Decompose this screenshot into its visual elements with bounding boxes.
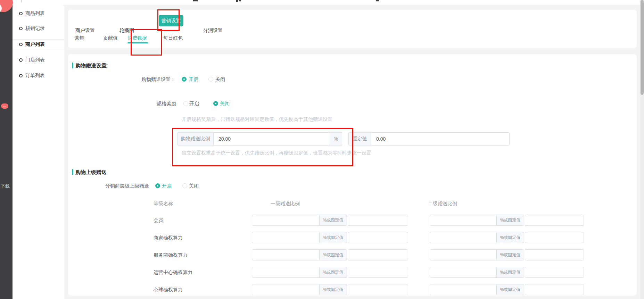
ratio-value-input[interactable] — [252, 249, 320, 260]
fixed-value-input[interactable] — [348, 249, 408, 260]
dist-off-radio[interactable] — [182, 183, 187, 188]
ratio-value-input[interactable] — [430, 267, 497, 278]
row-label: 运营中心确权算力 — [154, 267, 192, 278]
gift-off-label[interactable]: 关闭 — [215, 76, 225, 83]
unit-hint: %或固定值 — [320, 249, 347, 260]
fixed-input[interactable] — [371, 132, 510, 146]
spec-on-radio[interactable] — [183, 101, 188, 106]
fixed-value-input[interactable] — [525, 284, 584, 295]
divider — [13, 50, 64, 50]
dist-off-label[interactable]: 关闭 — [189, 182, 199, 189]
top-strip — [13, 0, 640, 5]
fixed-value-input[interactable] — [348, 284, 408, 295]
ratio-input[interactable] — [213, 132, 330, 146]
sidebar-item-label: 核销记录 — [25, 25, 45, 32]
sidebar-item-goods-list[interactable]: 商品列表 — [13, 8, 64, 19]
fixed-value-input[interactable] — [525, 267, 584, 278]
tab-merchant-settings[interactable]: 商户设置 — [75, 27, 95, 34]
first-ratio-cell: %或固定值 — [252, 249, 408, 260]
dist-on-label[interactable]: 开启 — [162, 182, 172, 189]
col-header-second-ratio: 二级赠送比例 — [428, 200, 457, 207]
weight-hint: 独立设置权重高于统一设置，优先赠送比例，再赠送固定值，设置都为零时时走统一设置 — [182, 150, 371, 156]
circle-icon — [19, 74, 23, 77]
spec-off-radio[interactable] — [213, 101, 218, 106]
second-ratio-cell: %或固定值 — [430, 215, 584, 226]
content-panel: 购物赠送设置: 购物赠送设置： 开启 关闭 规格奖励 开启 关闭 开启规格奖励后… — [68, 54, 637, 296]
subtab-consumption-data[interactable]: 消费数据 — [127, 34, 147, 41]
sidebar-item-merchant-list[interactable]: 商户列表 — [13, 39, 64, 50]
fixed-value-input[interactable] — [348, 215, 408, 226]
sidebar-item-verify-records[interactable]: 核销记录 — [13, 23, 64, 34]
ratio-value-input[interactable] — [430, 249, 497, 260]
ratio-value-input[interactable] — [252, 232, 320, 243]
gift-on-radio[interactable] — [182, 77, 187, 82]
ratio-value-input[interactable] — [430, 232, 497, 243]
tab-carousel[interactable]: 轮播图 — [119, 27, 134, 34]
circle-icon — [19, 27, 23, 30]
section-accent-bar — [72, 63, 73, 68]
circle-icon — [19, 12, 23, 15]
unit-hint: %或固定值 — [497, 215, 524, 226]
gift-off-radio[interactable] — [208, 77, 213, 82]
active-subtab-underline — [127, 42, 148, 43]
row-label: 服务商确权算力 — [154, 249, 188, 260]
fixed-value-input[interactable] — [525, 215, 584, 226]
ratio-value-input[interactable] — [252, 284, 320, 295]
sidebar-item-order-list[interactable]: 订单列表 — [13, 70, 64, 81]
fixed-value-input[interactable] — [525, 232, 584, 243]
section-accent-bar — [72, 169, 73, 175]
sidebar-item-label: 门店列表 — [25, 57, 45, 63]
subtab-daily-redpacket[interactable]: 每日红包 — [163, 34, 183, 41]
sidebar-item-store-list[interactable]: 门店列表 — [13, 55, 64, 65]
clipped-text-mark — [239, 0, 241, 1]
clipped-text-mark — [193, 0, 198, 1]
first-ratio-cell: %或固定值 — [252, 267, 408, 278]
sidebar-item-label: 商户列表 — [25, 41, 45, 48]
app-screen: ... 下载 商品列表 核销记录 商户列表 门店列表 订单列表 — [0, 0, 644, 299]
unit-hint: %或固定值 — [320, 284, 347, 295]
col-header-first-ratio: 一级赠送比例 — [271, 200, 300, 207]
fixed-input-prepend: 固定值 — [348, 132, 371, 146]
gift-on-label[interactable]: 开启 — [189, 76, 198, 83]
clipped-text-mark — [376, 0, 379, 1]
spec-hint: 开启规格奖励后，只赠送规格对应固定数值，优先度高于其他赠送设置 — [182, 116, 332, 122]
download-label[interactable]: 下载 — [1, 183, 10, 189]
first-ratio-cell: %或固定值 — [252, 284, 408, 295]
tab-marketing-settings[interactable]: 营销设置 — [159, 15, 183, 26]
ratio-input-group: 购物赠送比例 % — [177, 132, 342, 146]
fixed-value-input[interactable] — [525, 249, 584, 260]
ratio-value-input[interactable] — [252, 267, 320, 278]
fixed-value-input[interactable] — [348, 267, 408, 278]
sidebar-item-label: 订单列表 — [25, 73, 45, 79]
second-ratio-cell: %或固定值 — [430, 267, 584, 278]
ratio-value-input[interactable] — [430, 215, 497, 226]
unit-hint: %或固定值 — [497, 284, 524, 295]
row-label: 心球确权算力 — [154, 284, 183, 295]
tabs-panel: 商户设置 轮播图 营销设置 分润设置 营销 贡献值 消费数据 每日红包 — [68, 10, 637, 48]
unit-hint: %或固定值 — [320, 232, 347, 243]
spec-off-label[interactable]: 关闭 — [220, 100, 230, 107]
tab-profit-settings[interactable]: 分润设置 — [203, 27, 223, 34]
ratio-input-prepend: 购物赠送比例 — [177, 132, 213, 146]
dist-radio-label: 分销商层级上级赠送 — [105, 182, 149, 189]
ratio-value-input[interactable] — [430, 284, 497, 295]
spec-on-label[interactable]: 开启 — [189, 100, 199, 107]
row-label: 会员 — [154, 215, 163, 226]
circle-icon — [19, 43, 23, 46]
subtab-contribution[interactable]: 贡献值 — [103, 34, 118, 41]
first-ratio-cell: %或固定值 — [252, 232, 408, 243]
section-title-shopping-gift: 购物赠送设置: — [75, 63, 108, 69]
unit-hint: %或固定值 — [320, 215, 347, 226]
ratio-value-input[interactable] — [252, 215, 320, 226]
clipped-text-mark — [21, 0, 22, 2]
dist-on-radio[interactable] — [155, 183, 160, 188]
scrollbar-thumb[interactable] — [641, 0, 644, 95]
more-floating-button[interactable]: ... — [1, 103, 8, 109]
clipped-text-mark — [236, 0, 238, 2]
fixed-value-input[interactable] — [348, 232, 408, 243]
subtab-marketing[interactable]: 营销 — [75, 34, 84, 41]
unit-hint: %或固定值 — [320, 267, 347, 278]
second-ratio-cell: %或固定值 — [430, 232, 584, 243]
row-label: 商家确权算力 — [154, 232, 183, 243]
sidebar: 商品列表 核销记录 商户列表 门店列表 订单列表 — [13, 5, 64, 299]
